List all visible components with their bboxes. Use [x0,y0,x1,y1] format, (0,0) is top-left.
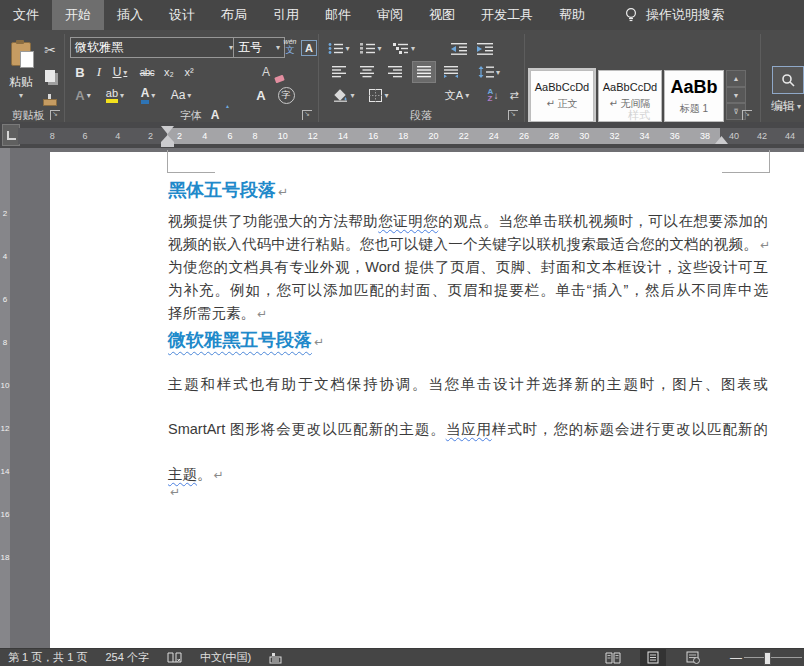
ribbon-tab[interactable]: 引用 [260,0,312,30]
align-left-button[interactable] [328,62,350,82]
ruler-number: 8 [50,131,55,141]
zoom-slider-thumb[interactable] [764,652,771,665]
vertical-ruler[interactable]: 24681012141618 [0,148,10,648]
ruler-number: 18 [398,131,408,141]
format-painter-icon [43,99,57,106]
tell-me-search[interactable]: 操作说明搜索 [624,6,724,24]
font-size-combo[interactable]: 五号▾ [233,37,285,58]
bold-button[interactable]: B [72,62,88,82]
text-line: 择所需元素。↵ [168,302,770,325]
zoom-out-button[interactable]: — [730,651,742,665]
font-color-button[interactable]: A [134,85,162,105]
document-page[interactable]: 黑体五号段落↵ 视频提供了功能强大的方法帮助您证明您的观点。当您单击联机视频时，… [50,152,804,648]
language-indicator[interactable]: 中文(中国) [200,650,251,665]
superscript-button[interactable]: x² [180,62,198,82]
web-layout-button[interactable] [680,649,706,666]
text-effects-button[interactable]: A [70,85,96,105]
ruler-number: 30 [579,131,589,141]
asian-layout-icon: 文A [445,88,463,103]
font-dialog-launcher[interactable] [302,110,312,120]
ribbon-tab[interactable]: 开始 [52,0,104,30]
ribbon-tab[interactable]: 邮件 [312,0,364,30]
underline-button[interactable]: U [108,62,132,82]
editing-dropdown[interactable]: 编辑 [766,96,804,116]
read-mode-button[interactable] [600,649,626,666]
crop-mark [722,172,770,173]
paragraph-dialog-launcher[interactable] [508,110,518,120]
ime-mode-icon[interactable] [269,652,282,664]
horizontal-ruler[interactable]: 8642 2468101214161820222426283032343638 … [0,128,804,144]
ruler-number: 4 [115,131,120,141]
ribbon-tab[interactable]: 插入 [104,0,156,30]
font-name-combo[interactable]: 微软雅黑▾ [70,37,238,58]
show-hide-marks-button[interactable]: ⇄ [506,85,522,105]
bullets-button[interactable] [326,38,352,58]
find-button[interactable] [772,66,804,94]
left-indent-marker[interactable] [161,142,174,147]
phonetic-guide-button[interactable]: wén 文 [281,36,299,56]
paste-dropdown-arrow[interactable]: ▾ [19,91,23,100]
paste-button[interactable]: 粘贴 ▾ [4,38,38,108]
ruler-number: 8 [253,131,258,141]
subscript-button[interactable]: x₂ [160,62,178,82]
font-color-icon: A [141,86,150,104]
web-layout-icon [686,651,700,664]
clear-formatting-button[interactable]: A [256,62,276,82]
increase-indent-button[interactable] [474,38,496,58]
paint-bucket-icon [333,89,348,102]
ruler-number: 2 [3,192,7,235]
asian-layout-button[interactable]: 文A [440,85,474,105]
align-left-icon [332,66,346,78]
shading-button[interactable] [330,85,358,105]
highlight-button[interactable]: ab [100,85,130,105]
pilcrow-mark: ↵ [278,185,288,199]
increase-indent-icon [477,42,493,55]
italic-button[interactable]: I [92,62,106,82]
align-center-button[interactable] [356,62,378,82]
ruler-number: 20 [428,131,438,141]
ribbon-tab[interactable]: 开发工具 [468,0,546,30]
line-spacing-button[interactable] [474,62,504,82]
decrease-indent-button[interactable] [448,38,470,58]
ruler-number: 36 [670,131,680,141]
styles-scroll-up-icon[interactable]: ▲ [726,70,746,87]
align-right-button[interactable] [384,62,406,82]
proofing-errors-icon[interactable] [167,652,182,664]
ribbon-tab[interactable]: 审阅 [364,0,416,30]
clipboard-dialog-launcher[interactable] [50,110,60,120]
font-group-label: 字体 [64,108,318,123]
multilevel-list-button[interactable] [390,38,418,58]
ribbon-tab[interactable]: 文件 [0,0,52,30]
styles-dialog-launcher[interactable] [742,110,752,120]
combo-arrow-icon[interactable]: ▾ [276,43,280,52]
ribbon-tab[interactable]: 视图 [416,0,468,30]
cut-button[interactable] [40,40,60,60]
borders-icon [369,89,382,102]
ruler-number: 12 [1,407,10,450]
ruler-number: 2 [148,131,153,141]
enclose-characters-icon: 字 [278,87,295,104]
ribbon-tab[interactable]: 布局 [208,0,260,30]
justify-button[interactable] [412,61,436,83]
strikethrough-button[interactable]: abc [136,62,158,82]
change-case-button[interactable]: Aa [166,85,196,105]
sort-button[interactable]: A Z ↓ [482,85,504,105]
ribbon-tab[interactable]: 帮助 [546,0,598,30]
character-border-button[interactable]: A [301,38,317,58]
distribute-button[interactable] [440,62,462,82]
numbering-button[interactable] [358,38,384,58]
print-layout-button[interactable] [640,649,666,666]
ribbon-tab[interactable]: 设计 [156,0,208,30]
zoom-slider[interactable] [744,649,802,666]
word-count[interactable]: 254 个字 [105,650,148,665]
enclose-characters-button[interactable]: 字 [276,85,296,105]
character-shading-button[interactable]: A [252,85,270,105]
styles-scroll-down-icon[interactable]: ▼ [726,87,746,104]
ruler-number: 34 [640,131,650,141]
search-icon [781,73,795,87]
borders-button[interactable] [364,85,394,105]
ruler-number: 16 [368,131,378,141]
page-indicator[interactable]: 第 1 页，共 1 页 [8,650,87,665]
document-workspace: 24681012141618 黑体五号段落↵ 视频提供了功能强大的方法帮助您证明… [0,148,804,648]
copy-button[interactable] [40,66,60,86]
